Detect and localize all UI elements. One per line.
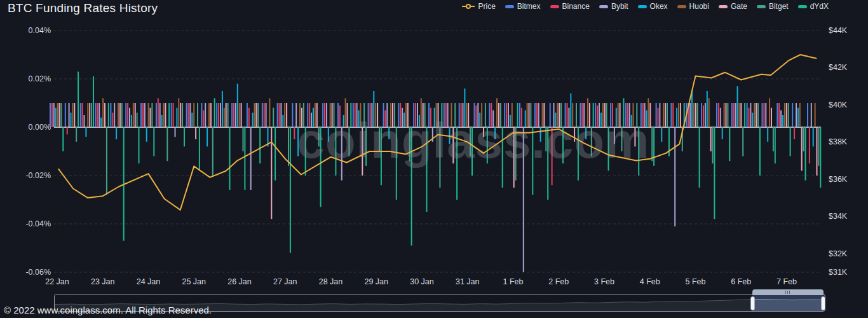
funding-bar[interactable] <box>241 103 242 127</box>
funding-bar[interactable] <box>782 115 783 127</box>
funding-bar[interactable] <box>796 103 797 127</box>
funding-bar[interactable] <box>726 103 727 127</box>
funding-bar[interactable] <box>722 127 723 139</box>
funding-bar[interactable] <box>691 91 693 127</box>
funding-bar[interactable] <box>780 110 782 127</box>
funding-bar[interactable] <box>729 127 730 161</box>
funding-bar[interactable] <box>776 103 778 127</box>
funding-bar[interactable] <box>275 127 276 181</box>
funding-bar[interactable] <box>193 103 194 127</box>
funding-bar[interactable] <box>676 108 677 127</box>
funding-bar[interactable] <box>163 103 165 127</box>
funding-bar[interactable] <box>84 115 85 127</box>
funding-bar[interactable] <box>797 108 799 127</box>
funding-bar[interactable] <box>282 115 283 127</box>
funding-bar[interactable] <box>55 108 57 127</box>
funding-bar[interactable] <box>93 76 94 127</box>
funding-bar[interactable] <box>818 127 819 166</box>
funding-bar[interactable] <box>74 103 75 127</box>
funding-bar[interactable] <box>661 127 662 142</box>
funding-bar[interactable] <box>718 103 719 127</box>
funding-bar[interactable] <box>227 103 229 127</box>
funding-bar[interactable] <box>57 103 58 127</box>
funding-bar[interactable] <box>705 103 706 127</box>
funding-bar[interactable] <box>807 103 808 127</box>
funding-bar[interactable] <box>292 103 293 127</box>
funding-bar[interactable] <box>756 103 757 127</box>
funding-bar[interactable] <box>279 103 280 127</box>
funding-bar[interactable] <box>108 103 109 127</box>
funding-bar[interactable] <box>290 127 291 253</box>
funding-bar[interactable] <box>233 103 234 127</box>
funding-bar[interactable] <box>709 98 710 127</box>
funding-bar[interactable] <box>820 127 821 188</box>
funding-bar[interactable] <box>790 127 791 156</box>
funding-bar[interactable] <box>257 103 259 127</box>
funding-bar[interactable] <box>67 127 68 134</box>
funding-bar[interactable] <box>680 103 681 127</box>
funding-bar[interactable] <box>135 103 136 127</box>
funding-bar[interactable] <box>89 103 90 127</box>
funding-bar[interactable] <box>218 103 219 127</box>
navigator-drag-handle[interactable] <box>752 289 824 295</box>
funding-bar[interactable] <box>203 110 204 127</box>
funding-bar[interactable] <box>813 127 814 146</box>
funding-bar[interactable] <box>733 103 735 127</box>
funding-bar[interactable] <box>199 127 200 170</box>
funding-bar[interactable] <box>744 103 745 127</box>
funding-bar[interactable] <box>140 103 142 127</box>
funding-bar[interactable] <box>65 103 66 127</box>
funding-bar[interactable] <box>697 103 698 127</box>
funding-bar[interactable] <box>184 127 185 146</box>
funding-bar[interactable] <box>767 127 768 142</box>
funding-bar[interactable] <box>142 103 144 127</box>
funding-bar[interactable] <box>158 98 159 127</box>
funding-bar[interactable] <box>159 103 161 127</box>
funding-bar[interactable] <box>262 103 263 127</box>
funding-bar[interactable] <box>749 108 750 127</box>
funding-bar[interactable] <box>720 108 721 127</box>
funding-bar[interactable] <box>663 103 664 127</box>
funding-bar[interactable] <box>670 103 672 127</box>
funding-bar[interactable] <box>716 103 717 127</box>
funding-bar[interactable] <box>244 127 245 190</box>
navigator-left-handle[interactable] <box>750 296 755 310</box>
navigator-right-handle[interactable] <box>821 296 825 310</box>
chart-canvas[interactable]: 0.04%0.02%0.00%-0.02%-0.04%-0.06%$44K$42… <box>0 0 868 289</box>
funding-bar[interactable] <box>180 103 181 127</box>
funding-bar[interactable] <box>72 103 73 127</box>
funding-bar[interactable] <box>131 115 132 127</box>
funding-bar[interactable] <box>161 115 163 127</box>
funding-bar[interactable] <box>794 127 795 139</box>
funding-bar[interactable] <box>672 103 674 127</box>
funding-bar[interactable] <box>284 103 285 127</box>
funding-bar[interactable] <box>703 106 704 127</box>
funding-bar[interactable] <box>750 103 751 127</box>
funding-bar[interactable] <box>91 103 92 127</box>
funding-bar[interactable] <box>714 127 715 219</box>
funding-bar[interactable] <box>59 103 60 127</box>
funding-bar[interactable] <box>226 103 227 127</box>
funding-bar[interactable] <box>674 127 675 226</box>
funding-bar[interactable] <box>659 103 660 127</box>
funding-bar[interactable] <box>178 98 179 127</box>
funding-bar[interactable] <box>207 127 208 146</box>
funding-bar[interactable] <box>724 103 725 127</box>
funding-bar[interactable] <box>188 103 189 127</box>
funding-bar[interactable] <box>80 103 81 127</box>
funding-bar[interactable] <box>665 103 666 127</box>
funding-bar[interactable] <box>658 108 659 127</box>
funding-bar[interactable] <box>98 103 100 127</box>
funding-bar[interactable] <box>762 103 763 127</box>
funding-bar[interactable] <box>803 127 804 151</box>
funding-bar[interactable] <box>738 103 740 127</box>
funding-bar[interactable] <box>110 103 111 127</box>
funding-bar[interactable] <box>176 108 177 127</box>
funding-bar[interactable] <box>771 108 772 127</box>
funding-bar[interactable] <box>255 103 257 127</box>
funding-bar[interactable] <box>166 127 168 161</box>
funding-bar[interactable] <box>765 103 766 127</box>
funding-bar[interactable] <box>71 113 72 127</box>
funding-bar[interactable] <box>247 103 248 127</box>
funding-bar[interactable] <box>146 127 147 142</box>
